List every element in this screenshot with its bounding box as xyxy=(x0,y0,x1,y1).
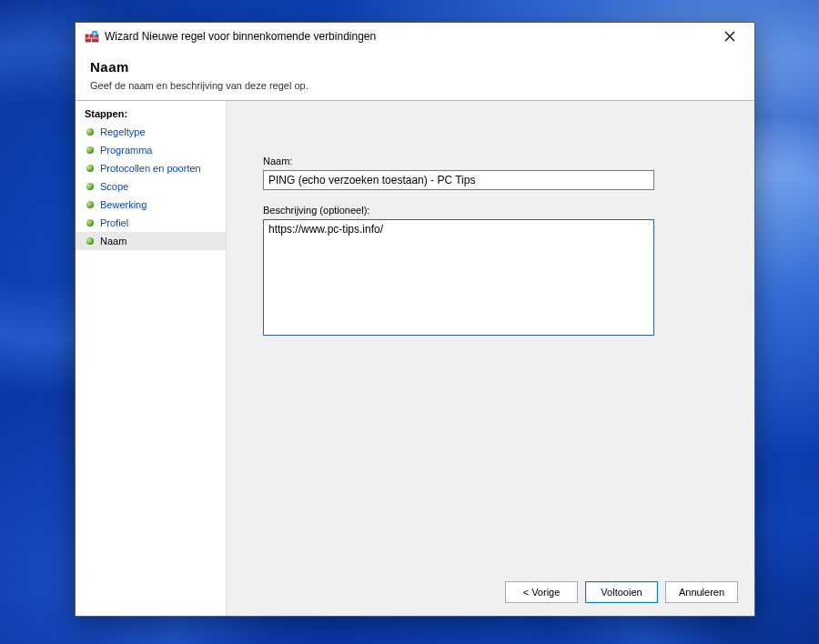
step-scope[interactable]: Scope xyxy=(76,177,226,196)
page-title: Naam xyxy=(90,59,740,75)
finish-button[interactable]: Voltooien xyxy=(585,581,658,603)
wizard-button-row: < Vorige Voltooien Annuleren xyxy=(505,581,738,603)
steps-sidebar: Stappen: Regeltype Programma Protocollen… xyxy=(76,101,227,616)
step-label: Scope xyxy=(100,181,128,192)
step-profiel[interactable]: Profiel xyxy=(76,214,226,232)
step-bullet-icon xyxy=(86,183,94,190)
step-bullet-icon xyxy=(86,237,94,245)
wizard-body: Stappen: Regeltype Programma Protocollen… xyxy=(76,101,754,616)
back-button[interactable]: < Vorige xyxy=(505,581,578,603)
wizard-window: Wizard Nieuwe regel voor binnenkomende v… xyxy=(75,22,755,617)
close-button[interactable] xyxy=(714,25,745,48)
svg-point-6 xyxy=(93,32,96,35)
step-label: Bewerking xyxy=(100,199,147,210)
step-label: Naam xyxy=(100,236,126,247)
step-naam[interactable]: Naam xyxy=(76,232,226,250)
step-protocollen-en-poorten[interactable]: Protocollen en poorten xyxy=(76,159,226,177)
wizard-header: Naam Geef de naam en beschrijving van de… xyxy=(76,50,754,100)
step-regeltype[interactable]: Regeltype xyxy=(76,123,226,141)
firewall-icon xyxy=(85,29,99,44)
step-label: Profiel xyxy=(100,217,128,228)
close-icon xyxy=(724,31,735,42)
step-bullet-icon xyxy=(86,219,94,226)
description-textarea[interactable] xyxy=(263,219,654,336)
steps-heading: Stappen: xyxy=(76,105,226,123)
step-label: Protocollen en poorten xyxy=(100,163,201,174)
cancel-button[interactable]: Annuleren xyxy=(665,581,738,603)
step-bullet-icon xyxy=(86,128,94,136)
step-label: Regeltype xyxy=(100,126,146,137)
titlebar: Wizard Nieuwe regel voor binnenkomende v… xyxy=(76,23,754,50)
description-label: Beschrijving (optioneel): xyxy=(263,205,727,216)
page-subtitle: Geef de naam en beschrijving van deze re… xyxy=(90,80,740,91)
window-title: Wizard Nieuwe regel voor binnenkomende v… xyxy=(105,30,709,43)
step-bewerking[interactable]: Bewerking xyxy=(76,196,226,214)
step-programma[interactable]: Programma xyxy=(76,141,226,159)
step-bullet-icon xyxy=(86,146,94,154)
step-bullet-icon xyxy=(86,201,94,208)
wizard-main: Naam: Beschrijving (optioneel): < Vorige… xyxy=(227,101,754,616)
name-label: Naam: xyxy=(263,156,727,166)
step-label: Programma xyxy=(100,145,152,156)
name-input[interactable] xyxy=(263,170,654,190)
step-bullet-icon xyxy=(86,165,94,172)
